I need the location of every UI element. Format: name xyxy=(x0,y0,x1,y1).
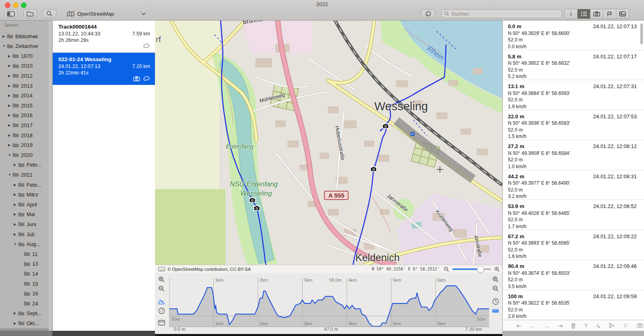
track-point-row[interactable]: 27.2 m 24.01.22, 12:08:12 N 50° 49.3909'… xyxy=(503,140,644,170)
sidebar-item-2021[interactable]: ▼2021 xyxy=(0,170,52,179)
sidebar-item-2015[interactable]: ▶2015 xyxy=(0,101,52,110)
elevation-mode-button[interactable] xyxy=(158,297,165,306)
sidebar-item-11[interactable]: 11 xyxy=(0,249,52,259)
previous-point-button[interactable]: ← xyxy=(530,323,536,329)
sidebar-item-2018[interactable]: ▶2018 xyxy=(0,130,52,140)
disclosure-triangle[interactable]: ▶ xyxy=(8,54,12,58)
zoom-out-icon[interactable] xyxy=(444,266,449,272)
sidebar-item-febr[interactable]: ▶Febr... xyxy=(0,180,52,190)
track-point-row[interactable]: 100 m 24.01.22, 12:09:59 N 50° 49.3822' … xyxy=(503,290,644,320)
disclosure-triangle[interactable]: ▶ xyxy=(8,104,12,107)
sidebar-item-2013[interactable]: ▶2013 xyxy=(0,81,52,91)
disclosure-triangle[interactable]: ▼ xyxy=(2,44,6,48)
disclosure-triangle[interactable]: ▶ xyxy=(14,163,17,167)
disclosure-triangle[interactable]: ▶ xyxy=(8,94,12,97)
disclosure-triangle[interactable]: ▼ xyxy=(8,173,12,177)
sidebar-item-14[interactable]: 14 xyxy=(0,269,52,278)
sidebar-item-2019[interactable]: ▶2019 xyxy=(0,140,52,150)
cut-track-icon[interactable] xyxy=(609,323,615,328)
filter-search-button[interactable] xyxy=(43,9,56,18)
zoom-in-icon[interactable] xyxy=(494,266,500,272)
speed-mode-button[interactable] xyxy=(158,306,165,315)
disclosure-triangle[interactable]: ▶ xyxy=(8,84,12,88)
sidebar-item-bibliothek[interactable]: ▶Bibliothek xyxy=(0,31,52,41)
track-point-row[interactable]: 67.2 m 24.01.22, 12:09:22 N 50° 49.3993'… xyxy=(503,230,644,260)
sidebar-item-sept[interactable]: ▶Sept... xyxy=(0,309,52,318)
flag-point-button[interactable]: ⚐ xyxy=(623,323,628,329)
time-axis-button[interactable] xyxy=(492,297,499,306)
sidebar-item-juni[interactable]: ▶Juni xyxy=(0,219,52,229)
tab-point-list[interactable] xyxy=(578,9,590,19)
disclosure-triangle[interactable]: ▶ xyxy=(14,223,17,226)
sidebar-item-13[interactable]: 13 xyxy=(0,259,52,269)
profile-zoom-out-x-button[interactable] xyxy=(492,284,499,293)
point-list-scrollbar[interactable] xyxy=(640,23,643,44)
disclosure-triangle[interactable]: ▶ xyxy=(8,143,12,147)
disclosure-triangle[interactable]: ▶ xyxy=(14,212,17,216)
sidebar-item-juli[interactable]: ▶Juli xyxy=(0,229,52,239)
disclosure-triangle[interactable]: ▶ xyxy=(8,124,12,127)
disclosure-triangle[interactable]: ▶ xyxy=(14,183,17,187)
last-point-button[interactable]: ⇥ xyxy=(558,323,563,329)
tab-photo-browser[interactable] xyxy=(616,9,629,19)
tab-waypoints[interactable] xyxy=(603,9,616,19)
track-card[interactable]: 022-01-24 Wesseling 24.01.22, 12:07:137.… xyxy=(53,53,155,85)
sidebar-item-2020[interactable]: ▼2020 xyxy=(0,150,52,160)
map-provider-dropdown[interactable]: OpenStreetMap xyxy=(67,9,146,18)
disclosure-triangle[interactable]: ▶ xyxy=(2,35,6,38)
profile-zoom-in-y-button[interactable] xyxy=(158,274,165,284)
sidebar-item-2017[interactable]: ▶2017 xyxy=(0,120,52,130)
sidebar-item-mai[interactable]: ▶Mai xyxy=(0,210,52,219)
sidebar-item-aug[interactable]: ▼Aug... xyxy=(0,239,52,249)
sidebar-item-16[interactable]: 16 xyxy=(0,289,52,299)
zoom-slider-thumb[interactable] xyxy=(477,266,484,273)
sidebar-item-april[interactable]: ▶April xyxy=(0,200,52,209)
sidebar-item-febr[interactable]: ▶Febr... xyxy=(0,160,52,170)
edit-track-button[interactable] xyxy=(421,9,436,18)
disclosure-triangle[interactable]: ▶ xyxy=(14,203,17,206)
disclosure-triangle[interactable]: ▶ xyxy=(8,134,12,137)
first-point-button[interactable]: ⇤ xyxy=(516,323,522,329)
next-point-button[interactable]: → xyxy=(544,323,550,329)
disclosure-triangle[interactable]: ▶ xyxy=(14,193,17,196)
disclosure-triangle[interactable]: ▶ xyxy=(8,113,12,117)
search-input[interactable]: Suchen xyxy=(441,9,562,18)
toggle-sidebar-button[interactable] xyxy=(4,9,18,18)
sidebar-item-2014[interactable]: ▶2014 xyxy=(0,91,52,101)
delete-point-icon[interactable] xyxy=(571,323,576,329)
track-point-row[interactable]: 90.4 m 24.01.22, 12:09:46 N 50° 49.3874'… xyxy=(503,260,644,290)
disclosure-triangle[interactable]: ▶ xyxy=(14,322,17,325)
disclosure-triangle[interactable]: ▶ xyxy=(14,233,17,236)
disclosure-triangle[interactable]: ▶ xyxy=(8,64,12,68)
sidebar-item-2016[interactable]: ▶2016 xyxy=(0,111,52,120)
profile-zoom-out-y-button[interactable] xyxy=(158,284,165,293)
sidebar-scrollbar[interactable] xyxy=(49,20,52,331)
photo-point-icon[interactable] xyxy=(637,323,643,328)
map-view[interactable]: P Brunnen-Str.rfRheinWesselingMühlenwegH… xyxy=(155,20,502,265)
sidebar-item-2012[interactable]: ▶2012 xyxy=(0,71,52,80)
sidebar-item-mrz[interactable]: ▶März xyxy=(0,190,52,200)
profile-zoom-in-x-button[interactable] xyxy=(492,274,499,284)
sidebar-item-2010[interactable]: ▶2010 xyxy=(0,61,52,71)
sidebar-item-1970[interactable]: ▶1970 xyxy=(0,51,52,61)
scale-legend-icon[interactable] xyxy=(158,267,165,272)
split-track-button[interactable]: ↳ xyxy=(596,323,601,329)
track-point-row[interactable]: 0.0 m 24.01.22, 12:07:13 N 50° 49.3929' … xyxy=(503,20,644,50)
disclosure-triangle[interactable]: ▼ xyxy=(8,153,12,157)
new-folder-button[interactable] xyxy=(23,9,37,18)
disclosure-triangle[interactable]: ▶ xyxy=(14,311,17,315)
track-point-row[interactable]: 13.1 m 24.01.22, 12:07:31 N 50° 49.3984'… xyxy=(503,80,644,110)
disclosure-triangle[interactable]: ▼ xyxy=(14,242,17,246)
join-tracks-button[interactable]: Y xyxy=(584,323,588,328)
track-point-row[interactable]: 5.8 m 24.01.22, 12:07:17 N 50° 49.3952' … xyxy=(503,50,644,80)
tab-photos[interactable] xyxy=(590,9,603,19)
distance-axis-button[interactable] xyxy=(492,306,499,315)
panel-layout-button[interactable] xyxy=(158,318,165,327)
sidebar-item-okt[interactable]: ▶Okt... xyxy=(0,318,52,328)
sidebar-item-15[interactable]: 15 xyxy=(0,279,52,289)
sidebar-item-24[interactable]: 24 xyxy=(0,299,52,308)
track-card[interactable]: Track00001644 13.01.22, 10:44:337.59 km … xyxy=(53,20,155,53)
track-point-row[interactable]: 44.2 m 24.01.22, 12:08:31 N 50° 49.3977'… xyxy=(503,170,644,200)
track-point-row[interactable]: 53.9 m 24.01.22, 12:08:52 N 50° 49.4028'… xyxy=(503,200,644,230)
map-zoom-slider[interactable] xyxy=(452,268,491,270)
